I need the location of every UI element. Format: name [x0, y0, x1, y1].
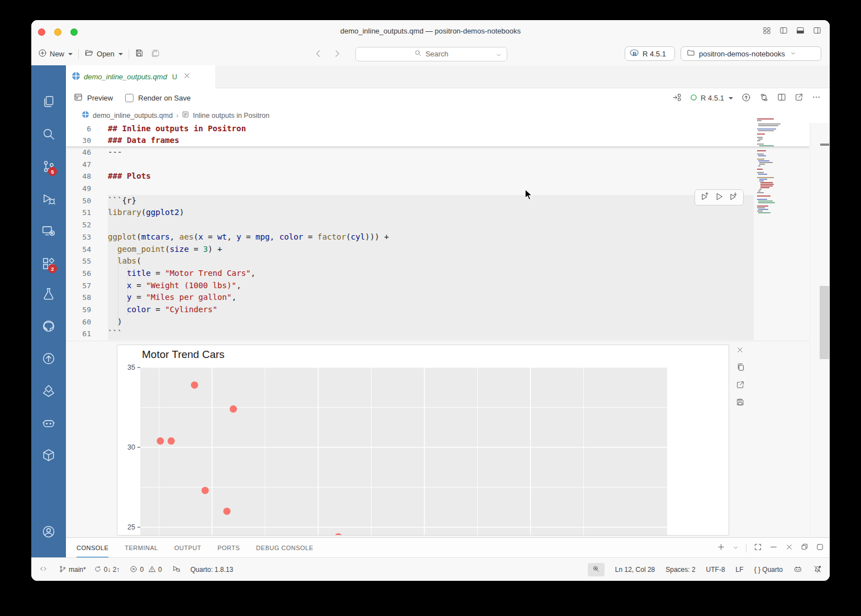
publish-icon[interactable] — [741, 93, 751, 104]
code-line-30: 30### Data frames — [66, 135, 810, 146]
activity-remote-explorer-icon[interactable] — [31, 218, 66, 244]
activity-github-icon[interactable] — [31, 313, 66, 339]
minimap-border — [810, 123, 810, 537]
editor-tab[interactable]: demo_inline_outputs.qmd U — [66, 65, 215, 88]
close-panel-icon[interactable] — [785, 543, 793, 553]
run-cells-icon[interactable] — [672, 93, 682, 104]
main-toolbar: New Open Search R R 4.5.1 positron-demos… — [31, 42, 830, 65]
maximize-panel-icon[interactable] — [816, 543, 824, 553]
open-plot-external-icon[interactable] — [736, 380, 747, 391]
activity-pages-icon[interactable] — [31, 89, 66, 114]
code-line-59: 59 color = "Cylinders" — [66, 304, 810, 316]
workspace-button[interactable]: positron-demos-notebooks — [681, 46, 821, 61]
r-session-button[interactable]: R R 4.5.1 — [625, 46, 675, 61]
panel-tab-console[interactable]: CONSOLE — [77, 538, 108, 558]
search-input[interactable]: Search — [355, 47, 507, 61]
panel-tab-output[interactable]: OUTPUT — [174, 538, 201, 558]
close-plot-icon[interactable] — [736, 346, 747, 356]
activity-source-control-icon[interactable]: 5 — [31, 154, 66, 179]
scrollbar-thumb[interactable] — [820, 286, 829, 359]
preview-icon — [74, 93, 83, 103]
interpreter-selector[interactable]: R 4.5.1 — [690, 94, 733, 103]
save-icon[interactable] — [135, 49, 144, 59]
expand-panel-icon[interactable] — [754, 543, 762, 553]
activity-collections-icon[interactable] — [31, 378, 66, 404]
code-editor[interactable]: 46---4748### Plots4950```{r}51library(gg… — [66, 146, 810, 340]
line-content: ### Plots — [108, 170, 151, 183]
quarto-version-item[interactable]: Quarto: 1.8.13 — [191, 566, 234, 574]
code-line-53: 53ggplot(mtcars, aes(x = wt, y = mpg, co… — [66, 231, 810, 243]
code-line-58: 58 y = "Miles per gallon", — [66, 292, 810, 304]
r-logo-icon: R — [630, 49, 639, 59]
save-all-icon[interactable] — [150, 49, 160, 60]
copy-plot-icon[interactable] — [736, 362, 747, 374]
line-content: ### Data frames — [108, 135, 179, 146]
close-tab-icon[interactable] — [183, 71, 191, 82]
breadcrumb: demo_inline_outputs.qmd › Inline outputs… — [66, 108, 830, 123]
minimap[interactable] — [757, 118, 808, 216]
run-cells-below-icon[interactable] — [729, 192, 738, 203]
zoom-status-button[interactable] — [588, 563, 605, 576]
code-line-51: 51library(ggplot2) — [66, 207, 810, 219]
code-line-57: 57 x = "Weight (1000 lbs)", — [66, 280, 810, 292]
line-number: 52 — [66, 219, 91, 231]
console-options-icon[interactable] — [732, 543, 739, 553]
toggle-panel-icon[interactable] — [796, 26, 805, 37]
code-line-48: 48### Plots — [66, 170, 810, 183]
svg-text:30: 30 — [127, 443, 135, 451]
debug-console-icon[interactable] — [172, 565, 180, 575]
activity-extensions-icon[interactable]: 2 — [31, 251, 66, 276]
panel-tab-ports[interactable]: PORTS — [217, 538, 240, 558]
new-button[interactable]: New — [38, 49, 73, 59]
activity-publish-icon[interactable] — [31, 346, 66, 371]
remote-indicator-icon[interactable] — [39, 565, 47, 574]
activity-testing-icon[interactable] — [31, 281, 66, 307]
render-on-save-checkbox[interactable] — [125, 94, 134, 102]
problems-item[interactable]: 0 0 — [130, 565, 161, 575]
activity-account-icon[interactable] — [31, 519, 66, 545]
line-number: 50 — [66, 195, 91, 207]
line-number: 55 — [66, 255, 91, 268]
breadcrumb-file[interactable]: demo_inline_outputs.qmd — [93, 112, 173, 120]
tab-file-name: demo_inline_outputs.qmd — [84, 73, 167, 81]
save-plot-icon[interactable] — [736, 398, 747, 409]
activity-assistant-icon[interactable] — [31, 410, 66, 436]
navigate-back-icon[interactable] — [313, 49, 324, 61]
eol-item[interactable]: LF — [736, 566, 744, 574]
svg-text:35: 35 — [127, 364, 135, 371]
customize-layout-icon[interactable] — [762, 26, 772, 37]
minimize-panel-icon[interactable] — [769, 543, 778, 553]
open-preview-external-icon[interactable] — [795, 93, 803, 103]
run-cells-above-icon[interactable] — [700, 192, 710, 203]
toggle-sidebar-icon[interactable] — [779, 26, 788, 37]
panel-tab-terminal[interactable]: TERMINAL — [125, 538, 158, 558]
compare-changes-icon[interactable] — [759, 93, 769, 104]
plot-output-card: Motor Trend Cars 353025 — [117, 345, 729, 536]
session-status-icon — [690, 94, 697, 103]
split-editor-icon[interactable] — [777, 93, 786, 103]
cursor-position-item[interactable]: Ln 12, Col 28 — [615, 566, 655, 574]
activity-package-icon[interactable] — [31, 442, 66, 468]
chevron-down-icon — [496, 51, 502, 60]
activity-debug-icon[interactable] — [31, 186, 66, 212]
run-cell-icon[interactable] — [715, 192, 724, 203]
notifications-muted-icon[interactable] — [813, 565, 822, 575]
assistant-status-icon[interactable] — [793, 565, 802, 575]
svg-text:25: 25 — [127, 523, 135, 531]
open-button[interactable]: Open — [84, 49, 123, 59]
git-branch-item[interactable]: main* — [59, 565, 86, 575]
toggle-secondary-sidebar-icon[interactable] — [812, 26, 822, 37]
indentation-item[interactable]: Spaces: 2 — [665, 566, 695, 574]
panel-tab-debug-console[interactable]: DEBUG CONSOLE — [256, 538, 313, 558]
sync-changes-item[interactable]: 0↓ 2↑ — [94, 565, 120, 575]
navigate-forward-icon[interactable] — [332, 49, 342, 61]
language-mode-item[interactable]: { } Quarto — [754, 566, 783, 574]
search-icon — [414, 49, 422, 59]
new-console-icon[interactable] — [717, 543, 725, 553]
preview-button[interactable]: Preview — [74, 93, 113, 103]
more-actions-icon[interactable] — [812, 93, 821, 103]
encoding-item[interactable]: UTF-8 — [706, 566, 725, 574]
restore-panel-icon[interactable] — [801, 543, 808, 553]
breadcrumb-section[interactable]: Inline outputs in Positron — [193, 112, 269, 120]
activity-search-icon[interactable] — [31, 121, 66, 147]
